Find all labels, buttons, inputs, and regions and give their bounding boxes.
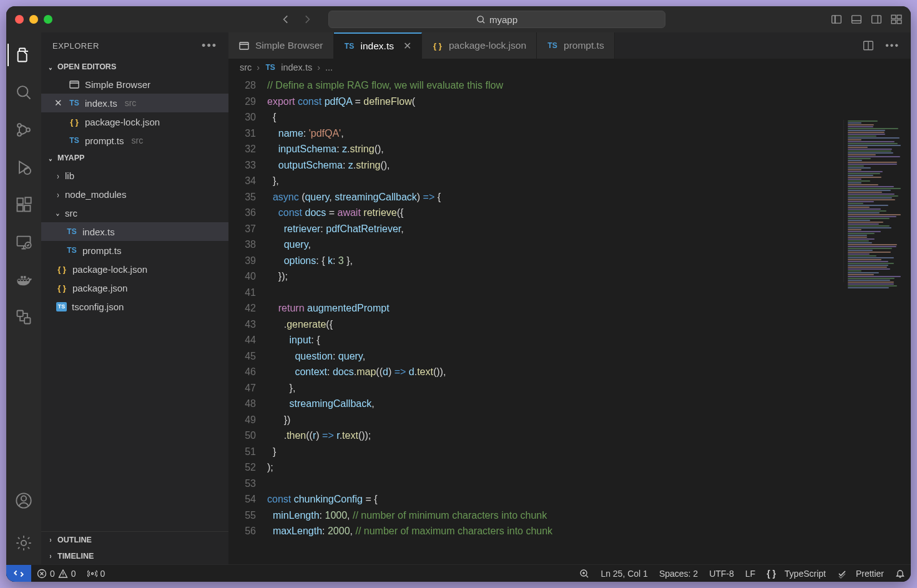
settings-gear-icon[interactable] bbox=[7, 527, 40, 559]
svg-point-23 bbox=[21, 541, 26, 546]
source-control-icon[interactable] bbox=[7, 114, 40, 146]
sidebar: EXPLORER ••• ⌄OPEN EDITORS Simple Browse… bbox=[41, 32, 228, 564]
file-prompt.ts[interactable]: TSprompt.ts bbox=[41, 241, 228, 260]
svg-rect-6 bbox=[891, 20, 896, 24]
svg-point-8 bbox=[17, 86, 27, 96]
svg-rect-14 bbox=[17, 205, 23, 211]
svg-point-9 bbox=[17, 124, 21, 127]
minimap[interactable] bbox=[843, 120, 911, 282]
file-package-lock.json[interactable]: { }package-lock.json bbox=[41, 260, 228, 278]
problems[interactable]: 00 bbox=[31, 565, 82, 582]
activity-bar bbox=[6, 32, 41, 564]
docker-icon[interactable] bbox=[7, 263, 40, 296]
folder-header[interactable]: ⌄MYAPP bbox=[41, 150, 228, 166]
language-mode[interactable]: { } TypeScript bbox=[761, 569, 831, 579]
titlebar-right bbox=[831, 14, 902, 25]
run-debug-icon[interactable] bbox=[7, 151, 40, 184]
split-editor-icon[interactable] bbox=[863, 40, 874, 51]
folder-lib[interactable]: ›lib bbox=[41, 166, 228, 185]
explorer-icon[interactable] bbox=[7, 39, 40, 71]
svg-rect-24 bbox=[70, 81, 79, 88]
svg-rect-13 bbox=[17, 198, 23, 204]
encoding[interactable]: UTF-8 bbox=[704, 569, 740, 579]
svg-point-28 bbox=[91, 572, 93, 574]
svg-rect-4 bbox=[891, 15, 896, 19]
account-icon[interactable] bbox=[7, 484, 40, 517]
code-lines[interactable]: // Define a simple RAG flow, we will eva… bbox=[267, 76, 911, 564]
bell-icon[interactable] bbox=[890, 569, 911, 579]
titlebar: myapp bbox=[6, 6, 911, 32]
breadcrumb-seg[interactable]: index.ts bbox=[281, 62, 312, 72]
tab-index.ts[interactable]: TSindex.ts✕ bbox=[334, 32, 422, 59]
tab-package-lock.json[interactable]: { }package-lock.json bbox=[422, 32, 537, 59]
zoom-icon[interactable] bbox=[574, 569, 595, 579]
svg-rect-19 bbox=[17, 311, 23, 316]
extensions-icon[interactable] bbox=[7, 189, 40, 221]
svg-rect-3 bbox=[872, 16, 881, 23]
search-text: myapp bbox=[489, 14, 517, 25]
sidebar-header: EXPLORER ••• bbox=[41, 32, 228, 59]
breadcrumb[interactable]: src›TSindex.ts›... bbox=[228, 59, 911, 76]
panel-right-icon[interactable] bbox=[871, 14, 882, 25]
svg-rect-1 bbox=[832, 16, 841, 23]
editor-more[interactable]: ••• bbox=[885, 40, 900, 51]
code-area[interactable]: 2829303132333435363738394041424344454647… bbox=[228, 76, 911, 564]
status-bar: 00 0 Ln 25, Col 1 Spaces: 2 UTF-8 LF { }… bbox=[6, 564, 911, 582]
ports[interactable]: 0 bbox=[82, 565, 111, 582]
file-package.json[interactable]: { }package.json bbox=[41, 278, 228, 297]
tab-prompt.ts[interactable]: TSprompt.ts bbox=[537, 32, 615, 59]
command-center[interactable]: myapp bbox=[328, 11, 665, 28]
body: EXPLORER ••• ⌄OPEN EDITORS Simple Browse… bbox=[6, 32, 911, 564]
nav-fwd[interactable] bbox=[298, 12, 316, 27]
eol[interactable]: LF bbox=[740, 569, 761, 579]
cursor-pos[interactable]: Ln 25, Col 1 bbox=[595, 569, 654, 579]
prettier[interactable]: Prettier bbox=[831, 569, 890, 579]
open-editors-header[interactable]: ⌄OPEN EDITORS bbox=[41, 59, 228, 75]
svg-point-0 bbox=[478, 16, 483, 21]
panel-bottom-icon[interactable] bbox=[851, 14, 862, 25]
search-icon[interactable] bbox=[7, 76, 40, 109]
svg-rect-7 bbox=[897, 20, 901, 24]
close-icon[interactable]: ✕ bbox=[52, 97, 64, 109]
breadcrumb-seg[interactable]: src bbox=[240, 62, 252, 72]
svg-rect-2 bbox=[852, 16, 861, 23]
svg-rect-16 bbox=[25, 197, 31, 203]
nav-back[interactable] bbox=[277, 12, 295, 27]
explorer-title: EXPLORER bbox=[52, 41, 99, 51]
minimize-window[interactable] bbox=[29, 15, 38, 24]
file-tsconfig.json[interactable]: TStsconfig.json bbox=[41, 297, 228, 316]
ports-icon[interactable] bbox=[7, 301, 40, 333]
open-editor-item[interactable]: ✕TSindex.tssrc bbox=[41, 94, 228, 112]
open-editor-item[interactable]: Simple Browser bbox=[41, 75, 228, 94]
nav-arrows bbox=[277, 12, 316, 27]
outline-header[interactable]: ›OUTLINE bbox=[41, 532, 228, 548]
tab-Simple Browser[interactable]: Simple Browser bbox=[228, 32, 334, 59]
layout-icon[interactable] bbox=[891, 14, 902, 25]
remote-indicator[interactable] bbox=[6, 565, 31, 582]
svg-rect-15 bbox=[24, 205, 30, 211]
timeline-header[interactable]: ›TIMELINE bbox=[41, 548, 228, 564]
traffic-lights bbox=[15, 15, 52, 24]
open-editor-item[interactable]: TSprompt.tssrc bbox=[41, 131, 228, 150]
gutter: 2829303132333435363738394041424344454647… bbox=[228, 76, 267, 564]
svg-rect-20 bbox=[24, 318, 30, 323]
maximize-window[interactable] bbox=[44, 15, 52, 24]
explorer-more[interactable]: ••• bbox=[202, 39, 217, 52]
remote-explorer-icon[interactable] bbox=[7, 226, 40, 258]
panel-left-icon[interactable] bbox=[831, 14, 842, 25]
indent[interactable]: Spaces: 2 bbox=[654, 569, 704, 579]
window: myapp EXPLORER ••• ⌄OPEN EDI bbox=[6, 6, 911, 582]
close-window[interactable] bbox=[15, 15, 24, 24]
svg-point-11 bbox=[26, 128, 30, 132]
folder-src[interactable]: ⌄src bbox=[41, 203, 228, 222]
tabs: Simple BrowserTSindex.ts✕{ }package-lock… bbox=[228, 32, 911, 59]
close-icon[interactable]: ✕ bbox=[403, 41, 411, 52]
open-editor-item[interactable]: { }package-lock.json bbox=[41, 112, 228, 131]
svg-point-22 bbox=[21, 496, 26, 501]
file-index.ts[interactable]: TSindex.ts bbox=[41, 222, 228, 241]
folder-node_modules[interactable]: ›node_modules bbox=[41, 185, 228, 203]
editor-group: Simple BrowserTSindex.ts✕{ }package-lock… bbox=[228, 32, 911, 564]
breadcrumb-seg[interactable]: ... bbox=[325, 62, 333, 72]
svg-point-10 bbox=[17, 132, 21, 136]
svg-rect-5 bbox=[897, 15, 901, 19]
